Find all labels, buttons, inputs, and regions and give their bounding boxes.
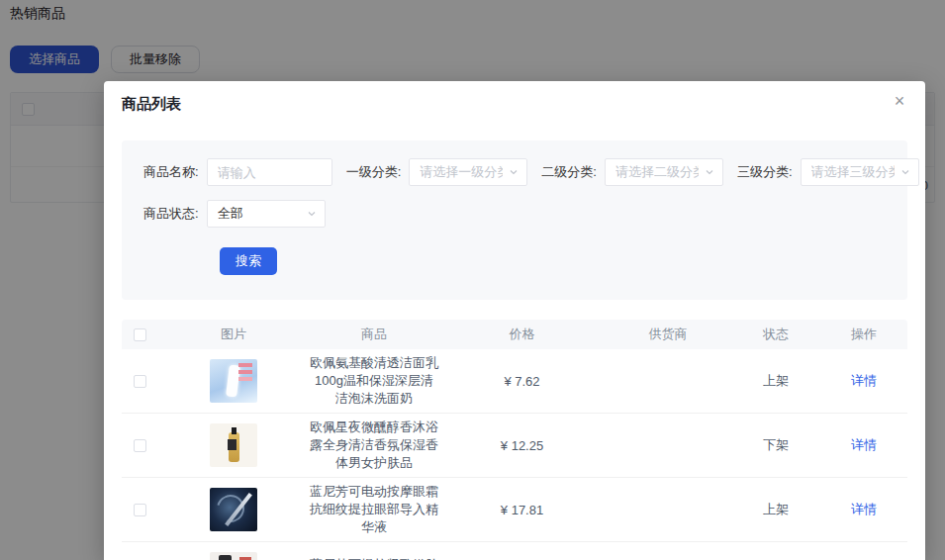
column-header-price: 价格: [439, 326, 605, 343]
product-name-label: 商品名称:: [143, 163, 199, 181]
product-image: [210, 552, 257, 560]
select-all-checkbox[interactable]: [134, 328, 146, 341]
product-table-header: 图片 商品 价格 供货商 状态 操作: [122, 320, 907, 349]
product-list-modal: 商品列表 × 商品名称: 一级分类: 请选择一级分类 二级分类:: [104, 81, 925, 560]
product-image: [210, 488, 257, 531]
product-status: 下架: [763, 436, 789, 454]
category2-select[interactable]: 请选择二级分类: [605, 158, 723, 186]
table-row: 蓝尼芳可电动按摩眼霜抗细纹提拉眼部导入精华液 ¥ 17.81 上架 详情: [122, 478, 907, 542]
category3-select[interactable]: 请选择三级分类: [801, 158, 919, 186]
search-button[interactable]: 搜索: [220, 247, 277, 275]
chevron-down-icon: [307, 209, 317, 219]
filter-panel: 商品名称: 一级分类: 请选择一级分类 二级分类: 请选择二级分类: [122, 140, 907, 300]
filter-category-1: 一级分类: 请选择一级分类: [346, 158, 528, 186]
product-price: ¥ 17.81: [501, 503, 543, 517]
product-name: 蓝尼芳可电动按摩眼霜抗细纹提拉眼部导入精华液: [309, 483, 439, 536]
filter-product-status: 商品状态: 全部: [143, 200, 326, 228]
modal-header: 商品列表 ×: [104, 81, 925, 129]
product-status-value: 全部: [218, 205, 243, 223]
category2-label: 二级分类:: [541, 163, 597, 181]
category1-placeholder: 请选择一级分类: [420, 163, 503, 181]
product-price: ¥ 7.62: [504, 374, 539, 389]
column-header-image: 图片: [158, 326, 309, 343]
row-checkbox[interactable]: [134, 504, 146, 516]
product-name: 欧佩氨基酸清透洁面乳100g温和保湿深层清洁泡沫洗面奶: [309, 354, 439, 408]
product-status-label: 商品状态:: [143, 205, 199, 223]
chevron-down-icon: [509, 167, 519, 177]
product-name-input[interactable]: [207, 158, 332, 186]
row-checkbox[interactable]: [134, 375, 146, 388]
filter-category-3: 三级分类: 请选择三级分类: [737, 158, 919, 186]
column-header-product: 商品: [309, 326, 439, 343]
close-icon[interactable]: ×: [888, 89, 911, 113]
table-row: 欧佩星夜微醺醇香沐浴露全身清洁香氛保湿香体男女护肤品 ¥ 12.25 下架 详情: [122, 414, 907, 478]
filter-product-name: 商品名称:: [143, 158, 332, 186]
product-name: 欧佩星夜微醺醇香沐浴露全身清洁香氛保湿香体男女护肤品: [309, 419, 439, 472]
detail-link[interactable]: 详情: [851, 436, 877, 454]
detail-link[interactable]: 详情: [851, 501, 877, 518]
product-image: [210, 423, 257, 467]
product-image: [210, 359, 257, 403]
category3-label: 三级分类:: [737, 163, 793, 181]
filter-category-2: 二级分类: 请选择二级分类: [541, 158, 723, 186]
product-status: 上架: [763, 372, 789, 390]
category1-label: 一级分类:: [346, 163, 402, 181]
product-status-select[interactable]: 全部: [207, 200, 326, 228]
chevron-down-icon: [900, 167, 910, 177]
product-status: 上架: [763, 501, 789, 518]
category3-placeholder: 请选择三级分类: [811, 163, 895, 181]
table-row: 蓝尼芳可提拉紧致嫩肤美容仪: [122, 542, 907, 560]
detail-link[interactable]: 详情: [851, 372, 877, 390]
category2-placeholder: 请选择二级分类: [615, 163, 699, 181]
modal-title: 商品列表: [122, 95, 181, 112]
product-name: 蓝尼芳可提拉紧致嫩肤美容仪: [309, 556, 439, 560]
chevron-down-icon: [705, 167, 714, 177]
product-price: ¥ 12.25: [501, 438, 543, 453]
product-table: 图片 商品 价格 供货商 状态 操作 欧佩氨基酸清透洁面乳100g温和保湿深层清…: [122, 320, 907, 560]
column-header-action: 操作: [820, 326, 907, 343]
column-header-status: 状态: [731, 326, 820, 343]
row-checkbox[interactable]: [134, 439, 146, 452]
category1-select[interactable]: 请选择一级分类: [409, 158, 527, 186]
column-header-supplier: 供货商: [605, 326, 731, 343]
table-row: 欧佩氨基酸清透洁面乳100g温和保湿深层清洁泡沫洗面奶 ¥ 7.62 上架 详情: [122, 349, 907, 414]
